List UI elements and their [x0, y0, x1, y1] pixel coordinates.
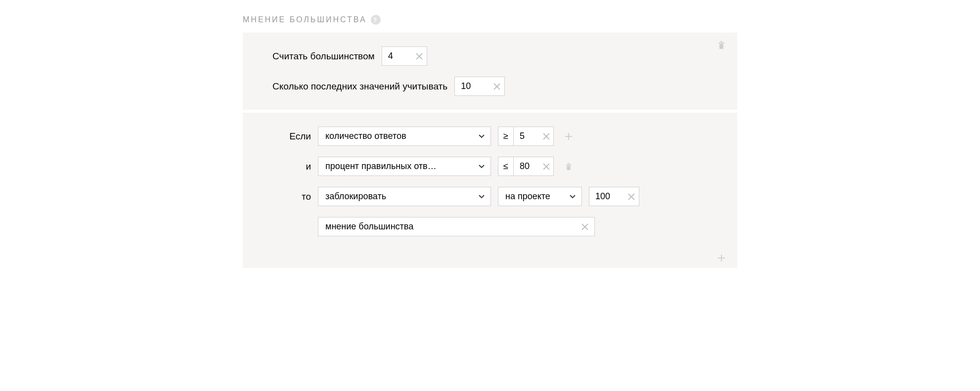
- svg-rect-0: [718, 43, 724, 43]
- majority-label: Считать большинством: [272, 51, 375, 62]
- close-icon[interactable]: [628, 193, 635, 200]
- close-icon[interactable]: [543, 133, 550, 140]
- trash-icon[interactable]: [717, 41, 725, 51]
- close-icon[interactable]: [581, 223, 588, 230]
- svg-rect-15: [568, 163, 570, 164]
- reason-input[interactable]: [325, 221, 575, 232]
- close-icon[interactable]: [416, 53, 423, 60]
- svg-rect-1: [719, 44, 723, 49]
- close-icon[interactable]: [543, 163, 550, 170]
- action-select[interactable]: заблокировать: [318, 187, 491, 206]
- reason-input-wrap: [318, 217, 595, 236]
- section-title: МНЕНИЕ БОЛЬШИНСТВА ?: [243, 15, 737, 25]
- then-label: то: [272, 191, 311, 202]
- cond2-metric-select[interactable]: процент правильных отв…: [318, 157, 491, 176]
- cond2-metric-value: процент правильных отв…: [325, 161, 437, 172]
- svg-rect-14: [567, 166, 570, 170]
- chevron-down-icon: [479, 165, 485, 169]
- chevron-down-icon: [479, 134, 485, 138]
- scope-value: на проекте: [505, 191, 550, 202]
- cond1-op-select[interactable]: ≥: [498, 127, 514, 145]
- and-label: и: [272, 161, 311, 172]
- majority-settings-card: Считать большинством Сколько последних з…: [243, 33, 737, 110]
- cond2-op-select[interactable]: ≤: [498, 157, 514, 175]
- action-value: заблокировать: [325, 191, 386, 202]
- cond1-metric-value: количество ответов: [325, 131, 406, 141]
- scope-select[interactable]: на проекте: [498, 187, 582, 206]
- chevron-down-icon: [570, 195, 576, 199]
- duration-input-wrap: [589, 187, 639, 206]
- plus-icon[interactable]: [717, 254, 725, 262]
- help-icon[interactable]: ?: [371, 15, 381, 25]
- rules-card: Если количество ответов ≥: [243, 113, 737, 268]
- section-title-text: МНЕНИЕ БОЛЬШИНСТВА: [243, 15, 367, 24]
- cond1-metric-select[interactable]: количество ответов: [318, 127, 491, 146]
- svg-rect-2: [720, 41, 722, 42]
- trash-icon[interactable]: [565, 163, 573, 171]
- plus-icon[interactable]: [565, 132, 573, 140]
- lastn-input-wrap: [454, 77, 505, 96]
- close-icon[interactable]: [493, 83, 500, 90]
- if-label: Если: [272, 131, 311, 142]
- svg-rect-13: [566, 164, 572, 165]
- majority-input-wrap: [382, 46, 427, 66]
- lastn-label: Сколько последних значений учитывать: [272, 81, 447, 92]
- chevron-down-icon: [479, 195, 485, 199]
